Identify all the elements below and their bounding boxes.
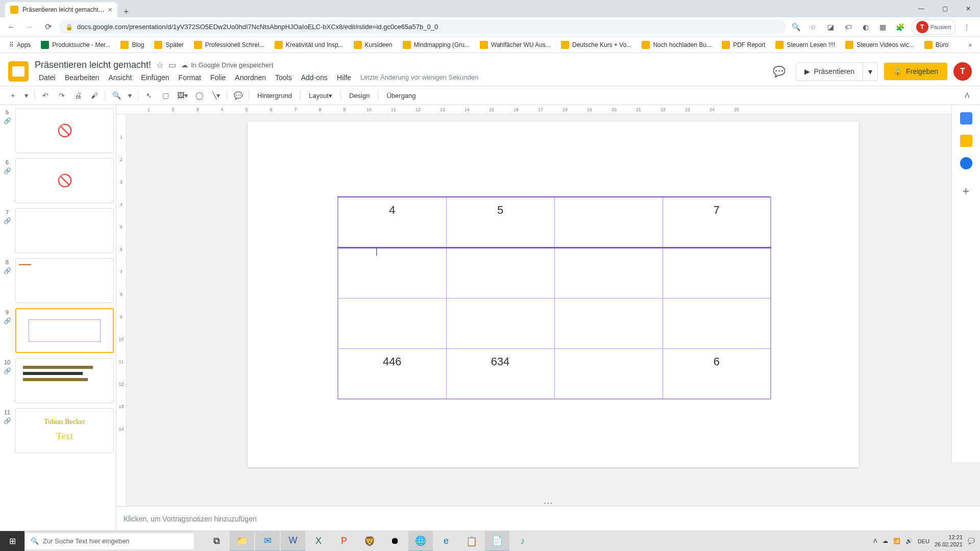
table-cell[interactable] [338,298,446,348]
table-cell[interactable]: 6 [663,348,771,399]
slide-thumb-11[interactable]: Tobias Becker Text [15,408,114,453]
table-cell[interactable] [663,298,771,348]
menu-tools[interactable]: Tools [271,71,296,84]
extensions-puzzle-icon[interactable]: 🧩 [894,21,906,33]
notes-resize-handle[interactable]: • • • [544,500,552,506]
table-cell[interactable]: 634 [446,348,554,399]
taskbar-powerpoint[interactable]: P [332,531,356,552]
collapse-toolbar-icon[interactable]: ᐱ [960,88,975,103]
menu-arrange[interactable]: Anordnen [231,71,270,84]
tray-language[interactable]: DEU [918,538,929,544]
user-avatar[interactable]: T [953,62,972,81]
slide-thumb-5[interactable]: 🚫 [15,108,114,153]
table-cell[interactable] [554,197,663,247]
taskbar-explorer[interactable]: 📁 [230,531,254,552]
table-cell[interactable]: 7 [663,197,771,247]
task-view-button[interactable]: ⧉ [204,531,229,552]
slide-thumb-6[interactable]: 🚫 [15,158,114,203]
extension-icon-1[interactable]: ◪ [825,21,837,33]
zoom-button[interactable]: 🔍 [109,88,124,103]
present-button[interactable]: ▶Präsentieren [796,62,863,81]
bookmark-item[interactable]: Wahlfächer WU Aus... [476,39,555,51]
table-cell[interactable]: 5 [446,197,554,247]
bookmark-item[interactable]: Blog [116,39,148,51]
keep-addon-icon[interactable] [960,135,972,147]
bookmark-item[interactable]: Kursideen [350,39,397,51]
bookmark-item[interactable]: Deutsche Kurs + Vo... [557,39,635,51]
maximize-button[interactable]: ▢ [933,0,957,17]
taskbar-app-1[interactable]: ✉ [255,531,280,552]
slide-thumb-10[interactable] [15,358,114,403]
tray-volume-icon[interactable]: 🔊 [905,538,913,544]
new-slide-button[interactable]: + [5,88,20,103]
drive-status[interactable]: ☁In Google Drive gespeichert [181,61,273,69]
windows-search[interactable]: 🔍 Zur Suche Text hier eingeben [26,533,194,549]
move-document-icon[interactable]: ▭ [168,60,176,70]
extension-icon-3[interactable]: ◐ [860,21,872,33]
chrome-menu-icon[interactable]: ⋮ [961,21,973,33]
calendar-addon-icon[interactable] [960,112,972,124]
present-dropdown[interactable]: ▾ [863,62,878,81]
extension-icon-2[interactable]: 🏷 [842,21,854,33]
new-tab-button[interactable]: + [117,7,135,17]
speaker-notes[interactable]: Klicken, um Vortragsnotizen hinzuzufügen [116,506,980,531]
design-button[interactable]: Design [344,88,375,103]
undo-button[interactable]: ↶ [38,88,53,103]
slide-thumb-7[interactable] [15,208,114,253]
slide-table[interactable]: 4 5 7 [337,196,771,399]
tray-wifi-icon[interactable]: 📶 [893,538,900,544]
tray-notifications-icon[interactable]: 💬 [968,538,975,544]
paint-format-button[interactable]: 🖌 [87,88,102,103]
tray-cloud-icon[interactable]: ☁ [883,538,888,544]
slide-thumb-9[interactable] [15,308,114,353]
share-button[interactable]: 🔒Freigeben [884,63,947,80]
minimize-button[interactable]: — [910,0,933,17]
menu-format[interactable]: Format [175,71,205,84]
select-tool[interactable]: ↖ [141,88,157,103]
bookmark-item[interactable]: Professionell Schrei... [190,39,268,51]
bookmark-item[interactable]: Steuern Lesen !!!! [771,39,839,51]
print-button[interactable]: 🖨 [70,88,86,103]
menu-addons[interactable]: Add-ons [297,71,332,84]
bookmark-item[interactable]: Steuern Videos wic... [841,39,918,51]
comment-tool[interactable]: 💬 [230,88,246,103]
apps-bookmark[interactable]: ⠿Apps [5,39,35,51]
menu-insert[interactable]: Einfügen [137,71,173,84]
document-title[interactable]: Präsentieren leicht gemacht! [35,60,151,70]
comments-button[interactable]: 💬 [769,61,790,82]
taskbar-clock[interactable]: 12:21 26.02.2021 [935,534,963,547]
add-addon-icon[interactable]: + [963,185,969,198]
table-cell[interactable] [338,247,446,298]
slide-thumb-8[interactable]: ▬▬▬ [15,258,114,303]
menu-view[interactable]: Ansicht [104,71,136,84]
taskbar-excel[interactable]: X [306,531,331,552]
taskbar-app-4[interactable]: 📄 [485,531,509,552]
background-button[interactable]: Hintergrund [252,88,297,103]
transition-button[interactable]: Übergang [381,88,421,103]
star-document-icon[interactable]: ☆ [156,60,163,70]
table-cell[interactable] [446,298,554,348]
shape-tool[interactable]: ◯ [192,88,207,103]
bookmark-item[interactable]: Büro [920,39,952,51]
extension-icon-4[interactable]: ▦ [877,21,889,33]
star-icon[interactable]: ☆ [807,21,820,33]
browser-tab[interactable]: Präsentieren leicht gemacht! - G × [5,2,117,17]
close-tab-icon[interactable]: × [108,6,112,14]
menu-slide[interactable]: Folie [206,71,230,84]
table-cell[interactable] [446,247,554,298]
tray-chevron-icon[interactable]: ᐱ [873,538,877,544]
start-button[interactable]: ⊞ [0,531,24,552]
back-button[interactable]: ← [4,20,18,34]
bookmark-overflow-icon[interactable]: » [965,41,975,48]
forward-button[interactable]: → [22,20,37,34]
taskbar-app-2[interactable]: 🦁 [357,531,382,552]
bookmark-item[interactable]: PDF Report [718,39,769,51]
table-cell[interactable]: 4 [338,197,446,247]
taskbar-edge[interactable]: e [434,531,458,552]
table-cell[interactable] [554,298,663,348]
layout-button[interactable]: Layout ▾ [304,88,337,103]
tasks-addon-icon[interactable] [960,157,972,169]
redo-button[interactable]: ↷ [54,88,69,103]
menu-help[interactable]: Hilfe [333,71,355,84]
slides-logo[interactable] [8,61,29,82]
